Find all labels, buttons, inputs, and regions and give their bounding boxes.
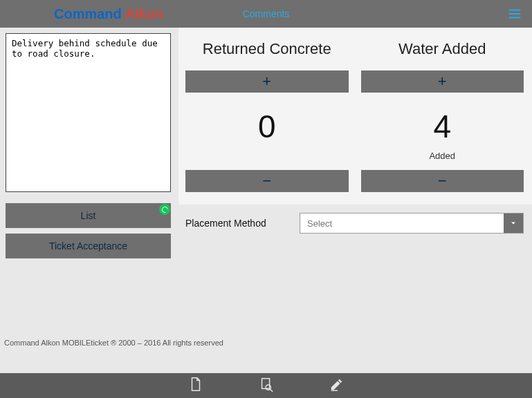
comments-input[interactable] [6,33,171,192]
counter-title: Returned Concrete [203,40,331,58]
edit-icon[interactable] [329,377,345,395]
menu-icon[interactable] [507,6,522,24]
left-column: List Ticket Acceptance [0,28,178,373]
placement-label: Placement Method [185,218,300,229]
grammarly-icon [159,204,170,215]
brand-logo: Command Alkon [54,6,163,22]
svg-line-2 [270,389,273,392]
returned-concrete-counter: Returned Concrete + 0 − [185,35,349,192]
counters-row: Returned Concrete + 0 − Water Added + 4 … [178,28,532,205]
returned-concrete-plus-button[interactable]: + [185,70,349,93]
placement-row: Placement Method Select [178,205,532,234]
content: List Ticket Acceptance Returned Concrete… [0,28,532,373]
page-title: Comments [243,8,290,19]
header: Command Alkon Comments [0,0,532,28]
document-icon[interactable] [188,377,203,395]
ticket-acceptance-button[interactable]: Ticket Acceptance [6,234,171,258]
water-added-counter: Water Added + 4 Added − [361,35,524,192]
footer-copyright: Command Alkon MOBILEticket ® 2000 – 2016… [4,339,223,347]
counter-value: 0 [258,108,276,145]
search-document-icon[interactable] [259,377,274,395]
chevron-down-icon [504,214,523,233]
placement-select[interactable]: Select [300,213,524,234]
water-added-minus-button[interactable]: − [361,170,524,192]
list-button[interactable]: List [6,203,171,228]
counter-value: 4 [433,108,451,145]
brand-text-a: Command [54,6,125,21]
water-added-plus-button[interactable]: + [361,70,524,93]
bottom-bar [0,373,532,398]
counter-sub: Added [429,151,455,162]
brand-text-b: Alkon [125,6,164,21]
returned-concrete-minus-button[interactable]: − [185,170,349,192]
counter-title: Water Added [398,40,486,58]
right-area: Returned Concrete + 0 − Water Added + 4 … [178,28,532,373]
select-value: Select [300,218,504,229]
